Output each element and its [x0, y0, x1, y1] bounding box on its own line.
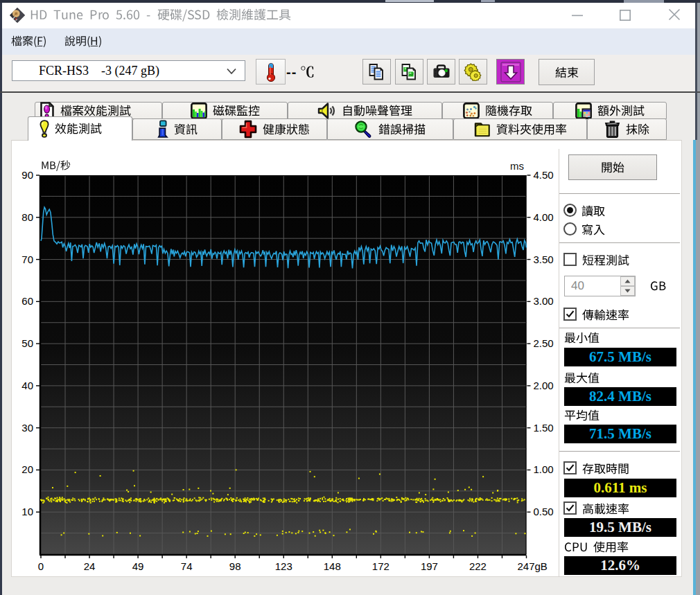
access-time-value: 0.611 ms — [593, 479, 647, 497]
thermometer-icon — [263, 62, 279, 82]
tab-benchmark[interactable] — [28, 116, 132, 141]
tab-error-scan[interactable] — [327, 118, 453, 140]
erase-icon — [604, 120, 620, 139]
info-icon — [157, 120, 168, 139]
radio-read[interactable] — [563, 204, 577, 217]
x-axis-tick-label: 24 — [84, 560, 96, 572]
tab-extra-tests[interactable] — [553, 102, 667, 119]
right-axis-tick-label: 1.00 — [534, 463, 554, 475]
app-icon — [10, 8, 25, 23]
transfer-rate-label[interactable] — [582, 309, 629, 321]
right-axis-tick-label: 2.50 — [534, 337, 554, 349]
spin-down-button[interactable] — [620, 286, 635, 296]
erase-icon — [604, 120, 620, 139]
exit-button[interactable] — [539, 59, 595, 85]
radio-read-label[interactable] — [581, 205, 605, 217]
tab-health[interactable] — [222, 118, 327, 140]
tab-label — [263, 123, 310, 136]
short-stroke-label[interactable] — [582, 254, 629, 267]
start-button[interactable] — [568, 154, 657, 180]
tab-disk-monitor[interactable] — [162, 102, 288, 119]
tab-aam-speaker[interactable] — [288, 102, 442, 119]
capacity-unit-label — [650, 280, 666, 292]
min-label — [564, 332, 600, 344]
window-right-edge — [695, 3, 697, 140]
x-axis-tick-label: 172 — [372, 560, 390, 572]
benchmark-icon — [40, 120, 49, 138]
hdtune-window: FCR-HS3 -3 (247 gB) -- ms 90807060504030… — [0, 0, 700, 595]
menu-help[interactable] — [64, 35, 102, 47]
right-axis-tick-label: 1.50 — [534, 422, 554, 434]
access-time-label[interactable] — [582, 463, 629, 475]
panel-divider — [559, 149, 559, 577]
checkbox-transfer-rate[interactable] — [563, 308, 577, 321]
panel-separator — [559, 242, 680, 243]
benchmark-icon — [40, 120, 49, 138]
settings-gears-button[interactable] — [459, 59, 487, 85]
random-access-icon — [463, 103, 480, 119]
checkbox-access-time[interactable] — [563, 461, 577, 474]
x-axis-tick-label: 98 — [229, 560, 241, 572]
x-axis-tick-label: 0 — [38, 560, 44, 572]
remnant-fragment — [385, 0, 434, 2]
temperature-button[interactable] — [256, 59, 286, 85]
drive-select-value: FCR-HS3 -3 (247 gB) — [39, 64, 159, 78]
check-icon — [565, 463, 575, 473]
benchmark-plot: 9080706050403020104.504.003.503.002.502.… — [14, 156, 561, 580]
left-axis-tick-label: 80 — [21, 211, 33, 223]
health-icon — [239, 120, 257, 139]
tab-label — [597, 105, 645, 117]
disk-monitor-icon — [191, 103, 207, 119]
radio-read-dot — [567, 207, 573, 213]
random-access-icon — [463, 103, 480, 119]
tab-label — [55, 123, 102, 135]
burst-rate-label[interactable] — [582, 503, 629, 515]
checkbox-short-stroke[interactable] — [563, 253, 577, 266]
left-axis-tick-label: 30 — [21, 422, 33, 434]
copy-text-icon — [368, 63, 386, 81]
window-right-edge-accent — [693, 140, 696, 595]
left-axis-tick-label: 60 — [21, 295, 33, 307]
cpu-usage-value: 12.6% — [600, 557, 640, 574]
tab-label — [485, 105, 532, 117]
health-icon — [239, 120, 257, 139]
left-axis-tick-label: 20 — [21, 463, 33, 475]
save-download-button[interactable] — [496, 59, 525, 85]
tab-info[interactable] — [132, 118, 222, 140]
radio-write-label[interactable] — [581, 224, 605, 236]
screenshot-button[interactable] — [427, 59, 455, 85]
tab-random-access[interactable] — [442, 102, 553, 119]
tab-erase[interactable] — [587, 118, 667, 140]
menu-file[interactable] — [11, 35, 47, 47]
maximize-button[interactable] — [616, 6, 634, 24]
copy-image-button[interactable] — [395, 59, 423, 85]
aam-speaker-icon — [317, 103, 336, 119]
drive-select-combobox[interactable]: FCR-HS3 -3 (247 gB) — [12, 60, 245, 81]
radio-write[interactable] — [563, 222, 577, 236]
copy-text-button[interactable] — [362, 59, 391, 85]
left-axis-tick-label: 40 — [21, 380, 33, 391]
checkbox-burst-rate[interactable] — [563, 501, 577, 515]
save-download-icon — [500, 62, 521, 82]
tab-label — [60, 105, 131, 117]
avg-value-box: 71.5 MB/s — [564, 425, 676, 443]
tab-label — [213, 105, 260, 117]
tab-label — [342, 105, 412, 117]
left-axis-tick-label: 50 — [21, 337, 33, 349]
minimize-button[interactable] — [568, 6, 586, 24]
arrow-down-icon — [624, 289, 631, 293]
left-axis-tick-label: 70 — [21, 254, 33, 265]
aam-speaker-icon — [317, 103, 336, 119]
tab-folder-usage[interactable] — [453, 118, 587, 140]
access-time-value-box: 0.611 ms — [564, 479, 676, 497]
left-axis-tick-label: 90 — [21, 169, 33, 181]
tab-label — [174, 123, 198, 136]
tab-label — [496, 123, 567, 136]
right-axis-tick-label: 4.50 — [534, 169, 554, 181]
right-axis-tick-label: 4.00 — [534, 211, 554, 223]
spin-up-button[interactable] — [620, 276, 635, 286]
settings-gears-icon — [464, 62, 482, 81]
folder-usage-icon — [474, 121, 491, 138]
menubar — [2, 28, 695, 55]
close-button[interactable] — [665, 6, 683, 24]
